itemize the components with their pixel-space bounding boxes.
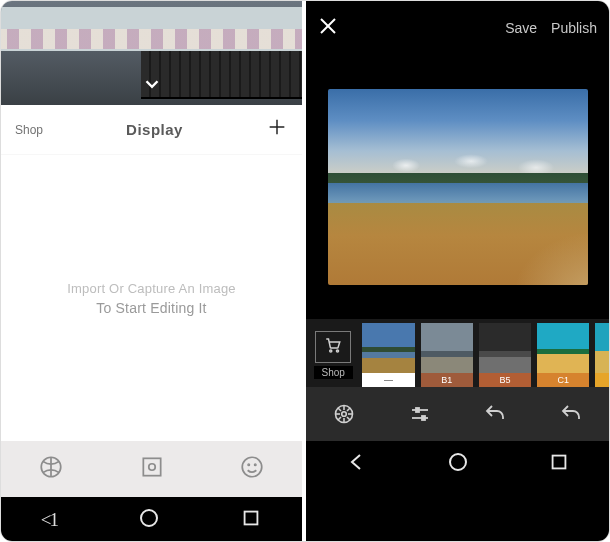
undo-icon[interactable] [472, 402, 518, 426]
adjust-icon[interactable] [397, 402, 443, 426]
svg-point-7 [248, 464, 249, 465]
svg-point-14 [337, 350, 339, 352]
svg-line-22 [347, 417, 350, 420]
display-title[interactable]: Display [126, 121, 183, 138]
save-button[interactable]: Save [505, 20, 537, 36]
svg-rect-27 [416, 408, 419, 412]
nav-recent-icon[interactable] [240, 507, 262, 533]
nav-home-icon[interactable] [137, 506, 161, 534]
nav-recent-icon[interactable] [548, 451, 570, 477]
svg-rect-10 [245, 512, 258, 525]
svg-point-13 [330, 350, 332, 352]
empty-line-2: To Start Editing It [96, 300, 206, 316]
filter-strip: Shop — B1 B5 C1 [306, 319, 609, 387]
publish-button[interactable]: Publish [551, 20, 597, 36]
filter-shop-button[interactable]: Shop [310, 323, 356, 387]
empty-line-1: Import Or Capture An Image [67, 281, 236, 296]
svg-rect-28 [422, 416, 425, 420]
filter-shop-label: Shop [314, 366, 353, 379]
cart-icon [323, 336, 343, 358]
svg-line-24 [338, 417, 341, 420]
svg-rect-30 [553, 456, 566, 469]
svg-line-23 [347, 408, 350, 411]
preview-image [1, 1, 302, 105]
filter-more[interactable] [595, 323, 609, 387]
filter-c1[interactable]: C1 [537, 323, 589, 387]
library-icon[interactable] [38, 454, 64, 484]
svg-point-5 [148, 464, 155, 471]
nav-home-icon[interactable] [446, 450, 470, 478]
svg-point-8 [254, 464, 255, 465]
close-icon[interactable] [312, 10, 344, 46]
empty-state: Import Or Capture An Image To Start Edit… [1, 155, 302, 441]
filter-b1[interactable]: B1 [421, 323, 473, 387]
chevron-down-icon[interactable] [141, 73, 163, 99]
filter-normal[interactable]: — [362, 323, 414, 387]
svg-rect-4 [143, 458, 160, 475]
svg-point-6 [242, 457, 262, 477]
face-icon[interactable] [239, 454, 265, 484]
nav-back-label[interactable]: <1 [41, 509, 57, 531]
nav-back-icon[interactable] [345, 450, 369, 478]
filter-b5[interactable]: B5 [479, 323, 531, 387]
add-button[interactable] [266, 116, 288, 144]
presets-icon[interactable] [321, 402, 367, 426]
redo-icon[interactable] [548, 402, 594, 426]
svg-point-9 [141, 510, 157, 526]
svg-point-16 [342, 412, 347, 417]
svg-point-29 [450, 454, 466, 470]
svg-line-21 [338, 408, 341, 411]
capture-icon[interactable] [139, 454, 165, 484]
shop-link[interactable]: Shop [15, 123, 43, 137]
editing-image[interactable] [328, 89, 588, 285]
